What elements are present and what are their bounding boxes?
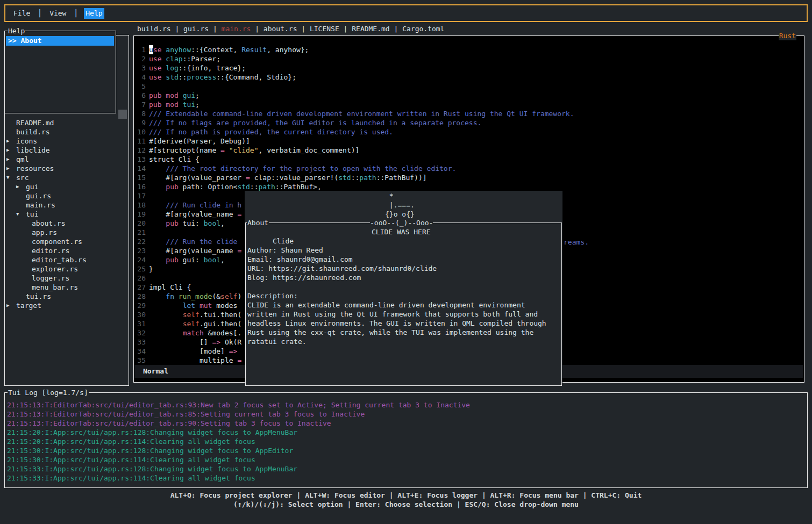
tree-indent [22, 274, 32, 283]
log-entry-trace: 21:15:13:T:EditorTab:src/tui/editor_tab.… [7, 400, 806, 410]
tree-item-libclide[interactable]: ▶libclide [5, 146, 129, 155]
editor-tab-bar: build.rs | gui.rs | main.rs | about.rs |… [137, 24, 444, 33]
tab-license[interactable]: LICENSE [310, 25, 339, 33]
code-line: 3use log::{info, trace}; [137, 63, 803, 73]
code-token: /// If no path is provided, the current … [149, 127, 393, 137]
code-token: #[arg(value_parser [149, 173, 246, 182]
code-token: run_mode [179, 292, 212, 301]
menu-item-view[interactable]: View [48, 8, 68, 19]
tree-item-logger-rs[interactable]: logger.rs [5, 274, 129, 283]
tab-cargo.toml[interactable]: Cargo.toml [402, 25, 444, 33]
tree-item-icons[interactable]: ▶icons [5, 137, 129, 146]
tree-item-readme-md[interactable]: README.md [5, 118, 129, 127]
code-token [149, 292, 166, 301]
code-token: /// The root directory for the project t… [166, 164, 456, 173]
explorer-scrollbar-thumb[interactable] [118, 110, 127, 119]
log-entry-trace: 21:15:13:T:EditorTab:src/tui/editor_tab.… [7, 419, 806, 428]
tab-readme.md[interactable]: README.md [352, 25, 389, 33]
chevron-collapsed-icon: ▶ [6, 155, 16, 164]
code-token: use [149, 73, 161, 82]
line-number: 24 [137, 255, 146, 264]
tree-item-tui[interactable]: ▼tui [5, 210, 129, 219]
tree-item-app-rs[interactable]: app.rs [5, 228, 129, 237]
about-line: Rust using the cxx-qt crate, while the T… [246, 328, 561, 337]
code-token: tui: [179, 219, 204, 228]
line-number: 19 [137, 210, 146, 219]
line-number: 10 [137, 127, 146, 137]
tree-item-editor-rs[interactable]: editor.rs [5, 246, 129, 255]
code-line: 6pub mod gui; [137, 91, 803, 100]
line-number: 13 [137, 155, 146, 164]
file-tree: README.mdbuild.rs▶icons▶libclide▶qml▶res… [5, 118, 129, 310]
tree-item-src[interactable]: ▼src [5, 173, 129, 182]
tree-indent [6, 127, 16, 137]
line-number: 32 [137, 328, 146, 338]
code-token: = [220, 146, 225, 155]
tree-item-tui-rs[interactable]: tui.rs [5, 292, 129, 301]
code-token: ::PathBuf))] [376, 173, 427, 182]
tree-item-editor_tab-rs[interactable]: editor_tab.rs [5, 255, 129, 264]
about-popup-box: About -ooO--(_)--Ooo- Clide CLIDE WAS HE… [245, 222, 562, 386]
code-token: pub mod [149, 91, 179, 100]
tree-item-about-rs[interactable]: about.rs [5, 219, 129, 228]
tab-separator: | [171, 25, 183, 33]
code-token [149, 310, 183, 319]
tree-item-menu_bar-rs[interactable]: menu_bar.rs [5, 283, 129, 292]
code-token: self [183, 310, 200, 319]
tree-item-gui-rs[interactable]: gui.rs [5, 191, 129, 200]
tree-item-component-rs[interactable]: component.rs [5, 237, 129, 246]
tab-gui.rs[interactable]: gui.rs [183, 25, 209, 33]
code-token: = [237, 246, 241, 255]
code-token [179, 91, 183, 100]
code-token: use [149, 54, 161, 63]
about-line [246, 282, 561, 291]
code-token: #[arg(value_name [149, 210, 237, 219]
tree-item-label: resources [16, 164, 54, 173]
about-line: CLIDE is an extendable command-line driv… [246, 300, 561, 310]
line-number: 11 [137, 137, 146, 146]
chevron-collapsed-icon: ▶ [6, 164, 16, 173]
line-number: 31 [137, 319, 146, 328]
line-number: 30 [137, 310, 146, 319]
tree-indent [22, 237, 32, 246]
menu-item-help[interactable]: Help [84, 8, 104, 19]
about-line: headless Linux environments. The GUI is … [246, 319, 561, 328]
menu-item-file[interactable]: File [12, 8, 32, 19]
code-token: /// Extendable command-line driven devel… [149, 109, 574, 118]
line-number: 20 [137, 219, 146, 228]
code-token [149, 182, 166, 191]
code-line: 4use std::process::{Command, Stdio}; [137, 73, 803, 82]
tree-item-gui[interactable]: ▶gui [5, 182, 129, 191]
tree-item-explorer-rs[interactable]: explorer.rs [5, 264, 129, 274]
tui-log-panel[interactable]: Tui Log [log=1.7/s] 21:15:13:T:EditorTab… [4, 392, 808, 488]
tree-indent [22, 264, 32, 274]
about-tagline: CLIDE WAS HERE [372, 227, 431, 236]
code-token: ; [195, 91, 200, 100]
code-token: fn [166, 292, 174, 301]
code-token: :: [179, 73, 187, 82]
code-token [149, 237, 166, 246]
tree-item-label: tui [26, 210, 38, 219]
tree-item-qml[interactable]: ▶qml [5, 155, 129, 164]
tab-about.rs[interactable]: about.rs [263, 25, 297, 33]
tree-indent [22, 255, 32, 264]
code-line: 16 pub path: Option<std::path::PathBuf>, [137, 182, 803, 191]
about-line: Author: Shaun Reed [246, 246, 561, 255]
code-token [161, 45, 166, 54]
code-token: &modes[. [204, 328, 241, 338]
chevron-collapsed-icon: ▶ [6, 137, 16, 146]
tab-main.rs[interactable]: main.rs [222, 25, 251, 33]
code-token: std [237, 182, 250, 191]
kilroy-art-arms: -ooO--(_)--Ooo- [370, 218, 433, 227]
code-token: ::{Context, [191, 45, 241, 54]
code-token: (& [212, 292, 220, 301]
menu-item-about[interactable]: >> About [6, 36, 114, 46]
tree-item-build-rs[interactable]: build.rs [5, 127, 129, 137]
tree-indent [22, 246, 32, 255]
tree-item-main-rs[interactable]: main.rs [5, 200, 129, 210]
tab-build.rs[interactable]: build.rs [137, 25, 171, 33]
tree-item-label: component.rs [32, 237, 82, 246]
tree-item-resources[interactable]: ▶resources [5, 164, 129, 173]
tree-item-target[interactable]: ▶target [5, 301, 129, 310]
code-token: struct Cli { [149, 155, 200, 164]
